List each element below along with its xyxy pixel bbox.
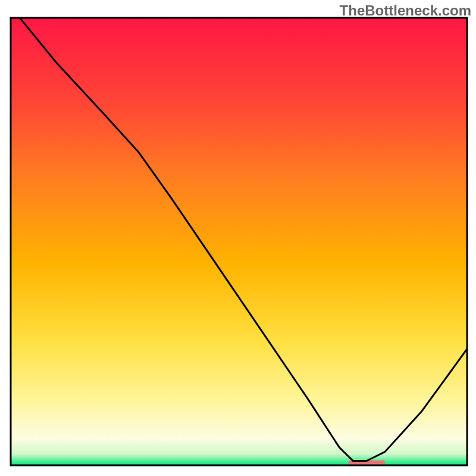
chart-svg [0, 0, 476, 476]
chart-container: TheBottleneck.com [0, 0, 476, 476]
plot-background [11, 18, 467, 465]
watermark-text: TheBottleneck.com [340, 2, 471, 19]
